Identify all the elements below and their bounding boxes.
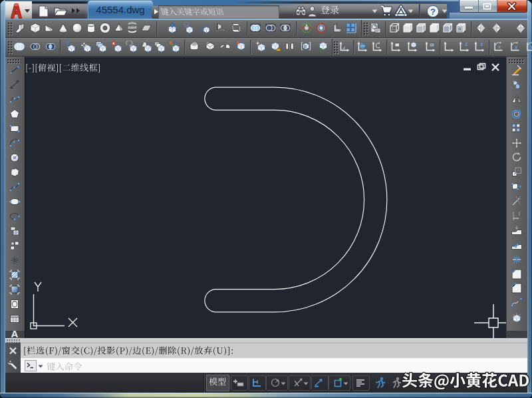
svg-text:?: ? xyxy=(430,7,436,17)
svg-text:x: x xyxy=(498,44,501,50)
svg-text:y: y xyxy=(515,44,518,50)
svg-text:3: 3 xyxy=(480,41,483,47)
svg-text:A: A xyxy=(11,328,19,339)
svg-text:Z: Z xyxy=(465,41,468,47)
